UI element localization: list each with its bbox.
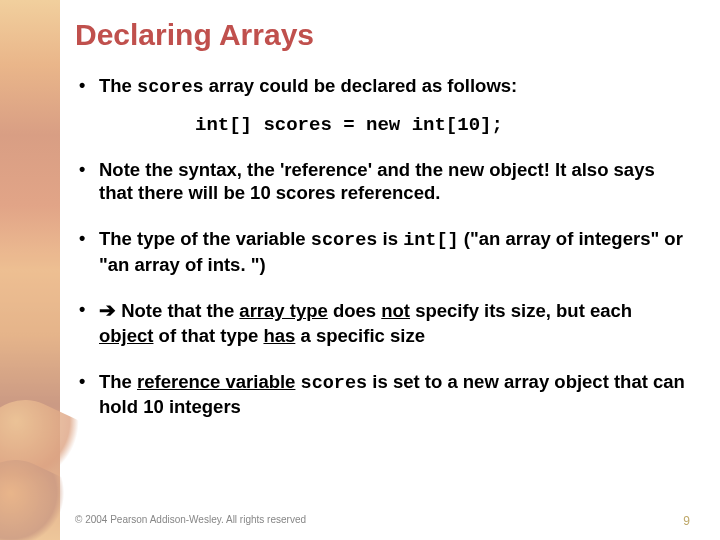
bullet-3: The type of the variable scores is int[]… xyxy=(75,227,690,276)
copyright-text: © 2004 Pearson Addison-Wesley. All right… xyxy=(75,514,306,528)
bullet-5-text-a: The xyxy=(99,371,137,392)
bullet-3-text-b: is xyxy=(377,228,403,249)
bullet-5-code: scores xyxy=(301,373,368,394)
page-number: 9 xyxy=(683,514,690,528)
slide-title: Declaring Arrays xyxy=(75,18,690,52)
bullet-5: The reference variable scores is set to … xyxy=(75,370,690,419)
bullet-5-u1: reference variable xyxy=(137,371,295,392)
bullet-2-text: Note the syntax, the 'reference' and the… xyxy=(99,159,655,204)
bullet-4-u4: has xyxy=(263,325,295,346)
slide-footer: © 2004 Pearson Addison-Wesley. All right… xyxy=(75,514,690,528)
bullet-1-text-a: The xyxy=(99,75,137,96)
bullet-3-code-1: scores xyxy=(311,230,378,251)
bullet-1-code: scores xyxy=(137,77,204,98)
bullet-4-text-d: of that type xyxy=(153,325,263,346)
bullet-2: Note the syntax, the 'reference' and the… xyxy=(75,158,690,205)
arrow-icon: ➔ xyxy=(99,299,116,321)
code-declaration: int[] scores = new int[10]; xyxy=(75,114,690,136)
bullet-4-u3: object xyxy=(99,325,153,346)
bullet-4: ➔ Note that the array type does not spec… xyxy=(75,298,690,347)
bullet-3-code-2: int[] xyxy=(403,230,459,251)
bullet-4-u1: array type xyxy=(239,300,327,321)
bullet-list: The scores array could be declared as fo… xyxy=(75,74,690,419)
decorative-leaf-strip xyxy=(0,0,60,540)
bullet-3-text-a: The type of the variable xyxy=(99,228,311,249)
bullet-4-text-e: a specific size xyxy=(295,325,425,346)
bullet-1: The scores array could be declared as fo… xyxy=(75,74,690,100)
bullet-4-u2: not xyxy=(381,300,410,321)
bullet-4-text-b: does xyxy=(328,300,381,321)
slide: Declaring Arrays The scores array could … xyxy=(0,0,720,540)
bullet-4-text-a: Note that the xyxy=(116,300,239,321)
slide-content: Declaring Arrays The scores array could … xyxy=(75,18,690,510)
bullet-1-text-b: array could be declared as follows: xyxy=(204,75,518,96)
bullet-4-text-c: specify its size, but each xyxy=(410,300,632,321)
